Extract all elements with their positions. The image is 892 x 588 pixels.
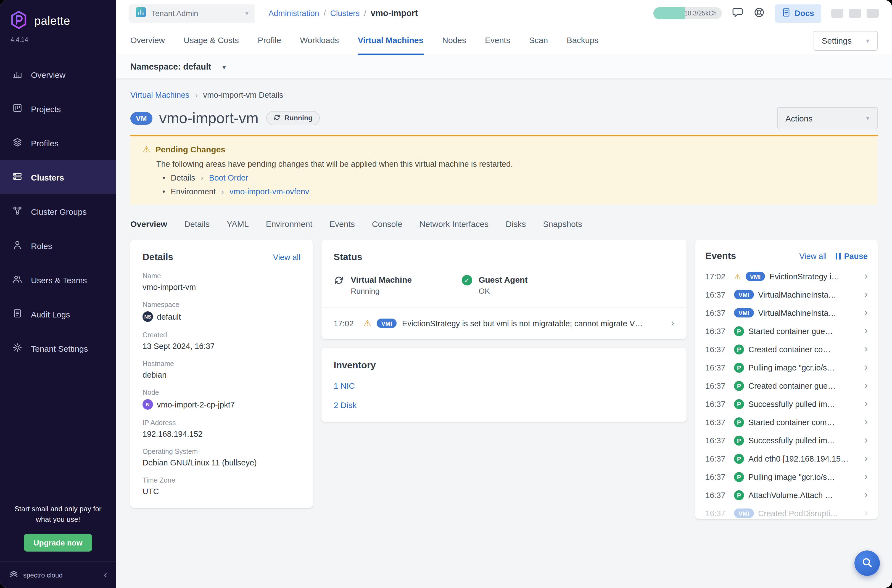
- vm-tab-network-interfaces[interactable]: Network Interfaces: [419, 219, 488, 229]
- sidebar-item-roles[interactable]: Roles: [0, 229, 116, 263]
- breadcrumb-vm-link[interactable]: Virtual Machines: [130, 90, 189, 99]
- chevron-right-icon: ›: [864, 270, 868, 282]
- usage-meter-label: 10.3/25kCh: [684, 7, 716, 20]
- tab-usage-costs[interactable]: Usage & Costs: [184, 26, 239, 55]
- vm-tab-overview[interactable]: Overview: [130, 219, 167, 229]
- field-label: Namespace: [143, 301, 300, 309]
- actions-button[interactable]: Actions ▾: [777, 107, 878, 129]
- toolbar-extra-icon[interactable]: [831, 9, 843, 18]
- tenant-selector[interactable]: Tenant Admin ▾: [129, 4, 255, 22]
- vm-tab-disks[interactable]: Disks: [506, 219, 526, 229]
- namespace-caret-icon[interactable]: ▾: [222, 63, 226, 71]
- vm-subtabs: Overview Details YAML Environment Events…: [130, 219, 878, 229]
- brand-name: palette: [34, 14, 70, 28]
- events-view-all-link[interactable]: View all: [799, 252, 827, 261]
- tab-events[interactable]: Events: [485, 26, 511, 55]
- details-view-all-link[interactable]: View all: [273, 253, 300, 262]
- event-row[interactable]: 16:37 P Pulling image "gcr.io/s… ›: [705, 468, 868, 486]
- event-text: Add eth0 [192.168.194.15…: [748, 454, 860, 463]
- vm-tab-environment[interactable]: Environment: [266, 219, 312, 229]
- event-row[interactable]: 16:37 P AttachVolume.Attach … ›: [705, 486, 868, 504]
- pending-item: • Details › Boot Order: [162, 173, 865, 182]
- event-time: 16:37: [705, 399, 730, 408]
- tab-virtual-machines[interactable]: Virtual Machines: [357, 26, 423, 55]
- pause-button[interactable]: Pause: [836, 252, 868, 261]
- event-text: Started container com…: [748, 418, 860, 426]
- breadcrumb-link-clusters[interactable]: Clusters: [330, 9, 360, 18]
- sidebar-item-clusters[interactable]: Clusters: [0, 160, 116, 194]
- sidebar-item-profiles[interactable]: Profiles: [0, 126, 116, 160]
- upgrade-button[interactable]: Upgrade now: [24, 534, 92, 552]
- settings-button[interactable]: Settings ▾: [814, 31, 878, 51]
- pending-area: Environment: [171, 187, 216, 196]
- sidebar-item-label: Projects: [31, 104, 61, 114]
- event-row[interactable]: 16:37 VMI VirtualMachineInsta… ›: [705, 285, 868, 304]
- search-fab[interactable]: [854, 550, 880, 576]
- tab-backups[interactable]: Backups: [567, 26, 598, 55]
- event-row[interactable]: 16:37 P Created container co… ›: [705, 340, 868, 358]
- field-value: vmo-import-vm: [143, 283, 300, 291]
- toolbar-extra-icon[interactable]: [849, 9, 861, 18]
- event-row[interactable]: 17:02 ⚠ VMI EvictionStrategy i… ›: [705, 267, 868, 285]
- field-node: Node N vmo-import-2-cp-jpkt7: [143, 388, 300, 410]
- breadcrumb-link-administration[interactable]: Administration: [269, 9, 319, 18]
- field-ip-address: IP Address 192.168.194.152: [143, 419, 300, 438]
- sidebar-item-users-teams[interactable]: Users & Teams: [0, 263, 116, 297]
- toolbar-extra-icon[interactable]: [866, 9, 879, 18]
- docs-button[interactable]: Docs: [775, 4, 821, 22]
- ovfenv-link[interactable]: vmo-import-vm-ovfenv: [230, 187, 309, 196]
- event-row[interactable]: 16:37 P Add eth0 [192.168.194.15… ›: [705, 449, 868, 468]
- disk-link[interactable]: 2 Disk: [333, 400, 674, 410]
- vm-tab-snapshots[interactable]: Snapshots: [543, 219, 582, 229]
- collapse-sidebar-icon[interactable]: ‹: [104, 569, 107, 581]
- chat-button[interactable]: [731, 7, 743, 20]
- vmi-badge: VMI: [734, 508, 754, 518]
- nic-link[interactable]: 1 NIC: [333, 381, 674, 390]
- status-entry-value: OK: [479, 286, 527, 296]
- event-row[interactable]: 16:37 VMI VirtualMachineInsta… ›: [705, 304, 868, 322]
- vm-tab-events[interactable]: Events: [329, 219, 355, 229]
- event-row[interactable]: 16:37 P Started container gue… ›: [705, 322, 868, 340]
- event-row[interactable]: 16:37 VMI Created PodDisrupti… ›: [705, 504, 868, 519]
- tab-overview[interactable]: Overview: [130, 26, 165, 55]
- usage-meter-fill: [653, 7, 685, 20]
- event-time: 16:37: [705, 345, 730, 354]
- breadcrumb-current: vmo-import-vm Details: [203, 90, 283, 99]
- pod-badge: P: [734, 417, 744, 427]
- document-icon: [782, 8, 790, 19]
- app-window: palette 4.4.14 Overview Projects Profile…: [0, 0, 892, 588]
- namespace-badge: NS: [143, 311, 153, 322]
- event-row[interactable]: 16:37 P Successfully pulled im… ›: [705, 395, 868, 413]
- sidebar-nav: Overview Projects Profiles Clusters Clus…: [0, 57, 116, 366]
- sidebar-item-overview[interactable]: Overview: [0, 57, 116, 92]
- sidebar-item-projects[interactable]: Projects: [0, 92, 116, 126]
- vm-tab-details[interactable]: Details: [184, 219, 210, 229]
- vm-breadcrumb: Virtual Machines › vmo-import-vm Details: [130, 90, 878, 99]
- event-row[interactable]: 16:37 P Pulling image "gcr.io/s… ›: [705, 358, 868, 376]
- field-label: Operating System: [143, 448, 300, 456]
- sidebar-item-audit-logs[interactable]: Audit Logs: [0, 297, 116, 331]
- field-hostname: Hostname debian: [143, 360, 300, 379]
- boot-order-link[interactable]: Boot Order: [209, 173, 248, 182]
- tenant-icon: [136, 7, 146, 20]
- sidebar-item-tenant-settings[interactable]: Tenant Settings: [0, 331, 116, 366]
- caret-down-icon: ▾: [245, 9, 249, 17]
- tab-workloads[interactable]: Workloads: [300, 26, 339, 55]
- field-value: vmo-import-2-cp-jpkt7: [157, 400, 235, 409]
- event-row[interactable]: 16:37 P Created container gue… ›: [705, 376, 868, 395]
- status-alert-row[interactable]: 17:02 ⚠ VMI EvictionStrategy is set but …: [333, 308, 674, 329]
- event-row[interactable]: 16:37 P Started container com… ›: [705, 413, 868, 431]
- field-created: Created 13 Sept 2024, 16:37: [143, 331, 300, 351]
- field-value: Debian GNU/Linux 11 (bullseye): [143, 458, 300, 467]
- tab-profile[interactable]: Profile: [258, 26, 281, 55]
- promo-block: Start small and only pay for what you us…: [0, 496, 116, 561]
- sidebar-item-label: Roles: [31, 241, 52, 250]
- tab-nodes[interactable]: Nodes: [442, 26, 466, 55]
- vm-tab-yaml[interactable]: YAML: [227, 219, 249, 229]
- help-button[interactable]: [753, 7, 765, 20]
- event-row[interactable]: 16:37 P Successfully pulled im… ›: [705, 431, 868, 449]
- sidebar-item-cluster-groups[interactable]: Cluster Groups: [0, 194, 116, 229]
- tab-scan[interactable]: Scan: [529, 26, 548, 55]
- vm-tab-console[interactable]: Console: [372, 219, 402, 229]
- breadcrumb-separator: /: [324, 9, 326, 18]
